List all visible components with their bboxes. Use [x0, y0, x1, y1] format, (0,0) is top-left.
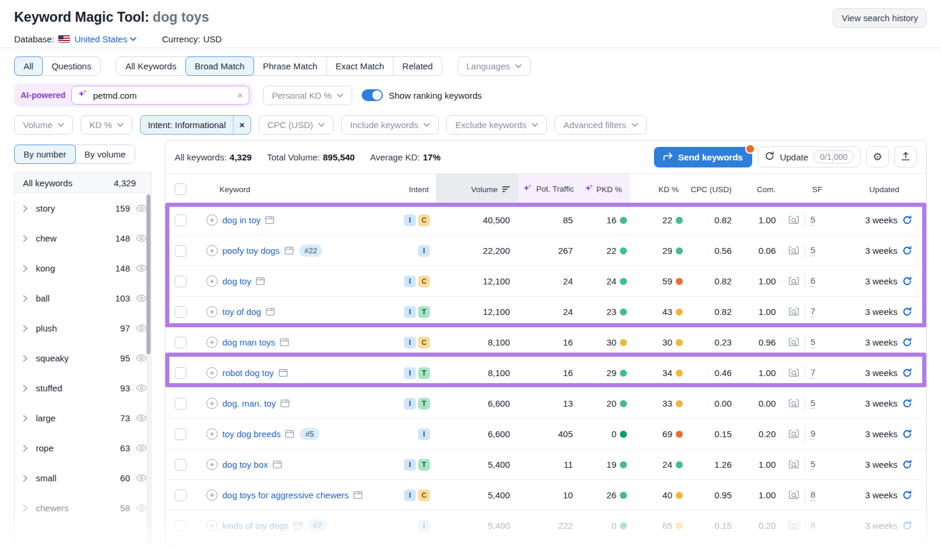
- row-checkbox[interactable]: [175, 337, 186, 348]
- serp-features-icon[interactable]: [273, 461, 282, 468]
- column-cpc[interactable]: CPC (USD): [686, 174, 739, 204]
- refresh-icon[interactable]: [902, 215, 912, 225]
- eye-icon[interactable]: [135, 414, 148, 422]
- send-keywords-button[interactable]: Send keywords: [654, 147, 752, 167]
- chevron-right-icon[interactable]: [23, 385, 34, 392]
- column-sf[interactable]: SF: [783, 174, 829, 204]
- view-search-history-button[interactable]: View search history: [833, 8, 927, 28]
- row-checkbox[interactable]: [175, 398, 186, 410]
- tab-related[interactable]: Related: [393, 56, 442, 76]
- add-keyword-icon[interactable]: +: [206, 459, 218, 470]
- tab-phrase-match[interactable]: Phrase Match: [253, 56, 327, 76]
- row-checkbox[interactable]: [175, 306, 186, 318]
- serp-features-icon[interactable]: [280, 338, 289, 346]
- search-input[interactable]: [92, 90, 232, 101]
- chevron-right-icon[interactable]: [23, 295, 34, 302]
- tab-questions[interactable]: Questions: [42, 56, 101, 76]
- tab-broad-match[interactable]: Broad Match: [185, 56, 254, 76]
- row-checkbox[interactable]: [175, 367, 186, 379]
- keyword-group-item[interactable]: chew148: [15, 223, 151, 253]
- keyword-link[interactable]: dog man toys: [222, 337, 275, 347]
- keyword-link[interactable]: robot dog toy: [222, 368, 274, 378]
- select-all-checkbox[interactable]: [175, 183, 186, 195]
- serp-features-icon[interactable]: [285, 247, 293, 254]
- remove-filter-icon[interactable]: ×: [233, 116, 251, 134]
- sf-count[interactable]: 7: [810, 367, 815, 378]
- add-keyword-icon[interactable]: +: [206, 428, 218, 440]
- refresh-icon[interactable]: [902, 398, 912, 408]
- keyword-group-item[interactable]: chewers58: [15, 493, 151, 523]
- add-keyword-icon[interactable]: +: [206, 306, 218, 317]
- refresh-icon[interactable]: [902, 276, 912, 286]
- column-pot-traffic[interactable]: Pot. Traffic: [518, 174, 580, 204]
- update-button[interactable]: Update 0/1,000: [758, 146, 860, 167]
- sidebar-tab-by-number[interactable]: By number: [14, 145, 76, 164]
- refresh-icon[interactable]: [902, 368, 912, 378]
- column-com[interactable]: Com.: [739, 174, 783, 204]
- keyword-link[interactable]: dog. man. toy: [222, 398, 276, 408]
- column-kd[interactable]: KD %: [630, 174, 686, 204]
- tab-exact-match[interactable]: Exact Match: [326, 56, 394, 76]
- add-keyword-icon[interactable]: +: [206, 245, 218, 256]
- chevron-right-icon[interactable]: [23, 415, 34, 422]
- chevron-right-icon[interactable]: [23, 445, 34, 452]
- sf-count[interactable]: 5: [810, 398, 815, 409]
- sf-count[interactable]: 8: [810, 489, 815, 501]
- serp-features-icon[interactable]: [285, 430, 294, 438]
- eye-icon[interactable]: [135, 234, 148, 242]
- filter-kd[interactable]: KD %: [81, 115, 132, 135]
- refresh-icon[interactable]: [902, 307, 912, 317]
- show-ranking-toggle[interactable]: [362, 89, 383, 101]
- all-keywords-group[interactable]: All keywords 4,329: [15, 173, 151, 193]
- sidebar-scrollbar[interactable]: [146, 193, 151, 546]
- eye-icon[interactable]: [135, 354, 148, 362]
- serp-preview-icon[interactable]: [789, 399, 799, 408]
- keyword-group-item[interactable]: plush97: [15, 313, 151, 343]
- sf-count[interactable]: 5: [810, 214, 815, 226]
- add-keyword-icon[interactable]: +: [206, 367, 218, 378]
- refresh-icon[interactable]: [902, 337, 912, 347]
- add-keyword-icon[interactable]: +: [206, 214, 218, 226]
- sf-count[interactable]: 8: [810, 520, 815, 531]
- eye-icon[interactable]: [135, 294, 148, 302]
- tab-all[interactable]: All: [14, 56, 43, 76]
- sf-count[interactable]: 5: [810, 337, 815, 348]
- eye-icon[interactable]: [135, 444, 148, 452]
- settings-button[interactable]: ⚙: [866, 146, 889, 167]
- eye-icon[interactable]: [135, 474, 148, 482]
- keyword-link[interactable]: kinds of toy dogs: [222, 521, 289, 531]
- serp-preview-icon[interactable]: [789, 430, 799, 439]
- keyword-group-item[interactable]: story159: [15, 193, 151, 223]
- eye-icon[interactable]: [135, 204, 148, 212]
- database-select[interactable]: United States: [74, 34, 136, 44]
- sf-count[interactable]: 5: [810, 459, 815, 470]
- add-keyword-icon[interactable]: +: [206, 398, 218, 409]
- filter-intent-active[interactable]: Intent: Informational ×: [140, 115, 251, 135]
- serp-preview-icon[interactable]: [789, 491, 799, 500]
- refresh-icon[interactable]: [902, 429, 912, 439]
- chevron-right-icon[interactable]: [23, 475, 34, 482]
- sf-count[interactable]: 7: [810, 306, 815, 317]
- keyword-group-item[interactable]: large73: [15, 403, 151, 433]
- column-updated[interactable]: Updated: [829, 174, 917, 204]
- serp-preview-icon[interactable]: [789, 277, 799, 286]
- serp-features-icon[interactable]: [279, 369, 288, 377]
- add-keyword-icon[interactable]: +: [206, 489, 218, 501]
- keyword-group-item[interactable]: kong148: [15, 253, 151, 283]
- keyword-link[interactable]: dog in toy: [222, 215, 261, 225]
- keyword-group-item[interactable]: ball103: [15, 283, 151, 313]
- scrollbar-thumb[interactable]: [146, 195, 151, 354]
- serp-preview-icon[interactable]: [789, 368, 799, 378]
- keyword-group-item[interactable]: stuffed93: [15, 373, 151, 403]
- filter-volume[interactable]: Volume: [14, 115, 73, 135]
- languages-dropdown[interactable]: Languages: [458, 56, 530, 76]
- eye-icon[interactable]: [135, 504, 148, 512]
- keyword-link[interactable]: dog toys for aggressive chewers: [222, 490, 349, 500]
- sf-count[interactable]: 5: [810, 245, 815, 256]
- add-keyword-icon[interactable]: +: [206, 337, 218, 348]
- filter-cpc[interactable]: CPC (USD): [259, 115, 334, 135]
- serp-features-icon[interactable]: [281, 400, 289, 407]
- serp-preview-icon[interactable]: [789, 521, 799, 531]
- refresh-icon[interactable]: [902, 490, 912, 500]
- add-keyword-icon[interactable]: +: [206, 520, 218, 531]
